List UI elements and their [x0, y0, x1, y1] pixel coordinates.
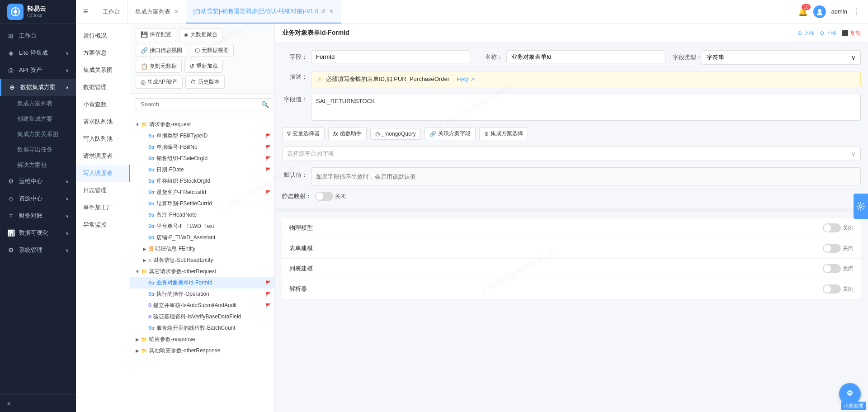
close-icon[interactable]: ✕ — [329, 8, 334, 14]
settings-panel-icon[interactable] — [854, 194, 868, 219]
menu-icon[interactable]: ≡ — [83, 7, 88, 16]
tree-node-business-form-id[interactable]: Str 业务对象表单Id-FormId 🚩 — [130, 277, 274, 289]
sidebar-item-system[interactable]: ⚙ 系统管理 ∨ — [0, 242, 76, 259]
generate-api-button[interactable]: ◎ 生成API资产 — [136, 76, 183, 89]
tab-solution-detail[interactable]: [自动雪梨]-销售退货同步(已确认-明细对接)-V1.0 ↺ ✕ — [186, 0, 342, 24]
tree-node-platform-order[interactable]: Str 平台单号-F_TLWD_Text — [130, 221, 274, 232]
table-model-toggle[interactable]: 关闭 — [823, 244, 854, 253]
overview-label: 运行概况 — [83, 32, 107, 39]
sidebar-item-solution-list[interactable]: 集成方案列表 — [0, 96, 76, 111]
more-icon[interactable]: ⋮ — [853, 7, 861, 17]
left-nav-request-queue[interactable]: 请求队列池 — [76, 113, 130, 130]
left-nav-anomaly-monitor[interactable]: 异常监控 — [76, 216, 130, 233]
left-nav-integration-relations[interactable]: 集成关系图 — [76, 62, 130, 79]
interface-info-button[interactable]: 🔗 接口信息视图 — [136, 44, 187, 57]
toggle-track[interactable] — [315, 192, 333, 201]
mongo-query-button[interactable]: ◎ _mongoQuery — [370, 128, 421, 140]
copy-button[interactable]: ⬛ 复制 — [842, 29, 861, 37]
sidebar-item-lite[interactable]: ◈ Lite 轻集成 ∨ — [0, 44, 76, 62]
tree-node-other-response[interactable]: ▶ 📁 其他响应参数-otherResponse — [130, 345, 274, 356]
parser-label: 解析器 — [289, 285, 307, 293]
meta-data-view-button[interactable]: ⬡ 元数据视图 — [190, 44, 234, 57]
related-field-button[interactable]: 🔗 关联方案字段 — [425, 127, 476, 140]
tree-node-operation[interactable]: Str 执行的操作-Operation 🚩 — [130, 289, 274, 300]
close-icon[interactable]: ✕ — [174, 9, 179, 15]
history-version-button[interactable]: ⏱ 历史版本 — [185, 76, 225, 89]
notification-badge[interactable]: 🔔 10 — [798, 7, 808, 17]
left-nav-write-queue[interactable]: 写入队列池 — [76, 130, 130, 147]
left-nav-plan-info[interactable]: 方案信息 — [76, 44, 130, 62]
tree-node-settle-currency[interactable]: Str 结算币别-FSettleCurrId — [130, 198, 274, 209]
variable-selector-button[interactable]: ∇ 变量选择器 — [282, 127, 325, 140]
toggle-track[interactable] — [823, 244, 841, 253]
tree-node-bill-type-id[interactable]: Str 单据类型-FBillTypeID 🚩 — [130, 130, 274, 142]
toggle-track[interactable] — [823, 223, 841, 232]
default-value-input[interactable] — [311, 167, 861, 185]
integration-select-button[interactable]: ⊕ 集成方案选择 — [479, 127, 528, 140]
tree-node-stock-org-id[interactable]: Str 库存组织-FStockOrgId — [130, 175, 274, 187]
required-flag: 🚩 — [265, 280, 271, 285]
move-down-button[interactable]: ⊙ 下移 — [820, 29, 836, 37]
sidebar-item-create-solution[interactable]: 创建集成方案 — [0, 111, 76, 127]
tree-node-detail-info[interactable]: ▶ 囲 明细信息-FEntity — [130, 243, 274, 255]
refresh-icon[interactable]: ↺ — [321, 8, 326, 14]
tree-node-response-params[interactable]: ▶ 📁 响应参数-response — [130, 334, 274, 345]
sidebar-footer[interactable]: ≡ — [0, 394, 76, 412]
left-nav-log-management[interactable]: 日志管理 — [76, 182, 130, 199]
tree-node-note[interactable]: Str 备注-FHeadNote — [130, 209, 274, 221]
field-name-input[interactable] — [506, 50, 665, 63]
tab-solution-list[interactable]: 集成方案列表 ✕ — [128, 0, 186, 24]
help-link[interactable]: Help ↗ — [457, 76, 475, 83]
copy-meta-data-button[interactable]: 📋 复制元数据 — [136, 60, 182, 73]
left-nav-xiao-qing-count[interactable]: 小青查数 — [76, 96, 130, 113]
save-config-button[interactable]: 💾 保存配置 — [136, 28, 176, 41]
sidebar-item-operations[interactable]: ⚙ 运维中心 ∨ — [0, 173, 76, 190]
source-select[interactable]: 选择源平台的字段 ∨ — [282, 147, 861, 161]
tree-node-finance-info[interactable]: ▶ A 财务信息-SubHeadEntity — [130, 255, 274, 266]
left-nav-event-factory[interactable]: 事件加工厂 — [76, 199, 130, 216]
tree-node-date[interactable]: Str 日期-FDate 🚩 — [130, 164, 274, 175]
static-mapping-toggle[interactable]: 关闭 — [315, 192, 346, 201]
physical-model-toggle[interactable]: 关闭 — [823, 223, 854, 232]
left-nav-data-management[interactable]: 数据管理 — [76, 79, 130, 96]
tab-workbench[interactable]: 工作台 — [95, 0, 128, 24]
search-input[interactable] — [136, 98, 273, 110]
sidebar-item-label: 财务对账 — [19, 212, 42, 220]
tree-node-batch-count[interactable]: Str 服务端开启的线程数-BatchCount — [130, 322, 274, 334]
toggle-track[interactable] — [823, 284, 841, 294]
sidebar-item-workbench[interactable]: ⊞ 工作台 — [0, 27, 76, 44]
sidebar-item-finance[interactable]: ≡ 财务对账 ∨ — [0, 207, 76, 224]
left-nav-overview[interactable]: 运行概况 — [76, 27, 130, 44]
field-type-select[interactable]: 字符串 ∨ — [702, 50, 861, 65]
toggle-track[interactable] — [823, 264, 841, 273]
tree-node-verify-base[interactable]: B 验证基础资料-IsVerifyBaseDataField — [130, 311, 274, 322]
tree-node-bill-no[interactable]: Str 单据编号-FBillNo 🚩 — [130, 142, 274, 153]
tree-node-request-params[interactable]: ▼ 📁 请求参数-request — [130, 119, 274, 130]
field-type-group: 字段类型： 字符串 ∨ — [673, 50, 861, 65]
left-nav-write-scheduler[interactable]: 写入调度者 — [76, 165, 130, 182]
left-nav: 运行概况 方案信息 集成关系图 数据管理 小青查数 请求队列池 写入队列池 请求… — [76, 24, 130, 412]
tree-node-sale-org-id[interactable]: Str 销售组织-FSaleOrgId 🚩 — [130, 153, 274, 164]
list-model-toggle[interactable]: 关闭 — [823, 264, 854, 273]
tree-node-submit-audit[interactable]: B 提交并审核-IsAutoSubmitAndAudit 🚩 — [130, 300, 274, 311]
sidebar-item-data-export[interactable]: 数据导出任务 — [0, 142, 76, 157]
tree-node-other-request[interactable]: ▼ 📁 其它请求参数-otherRequest — [130, 266, 274, 277]
sidebar-item-data-integration[interactable]: ⊕ 数据集成方案 ∧ — [0, 79, 76, 96]
sidebar-item-solution-relations[interactable]: 集成方案关系图 — [0, 127, 76, 142]
field-value-textarea[interactable]: SAL_RETURNSTOCK — [311, 94, 861, 121]
parser-toggle[interactable]: 关闭 — [823, 284, 854, 294]
move-up-button[interactable]: ⊙ 上移 — [797, 29, 814, 37]
left-nav-requestors[interactable]: 请求调度者 — [76, 147, 130, 165]
field-id-input[interactable] — [311, 50, 470, 63]
function-buttons: ∇ 变量选择器 fx 函数助手 ◎ _mongoQuery 🔗 关联方案字段 — [282, 127, 861, 140]
sidebar-item-solution-package[interactable]: 解决方案包 — [0, 157, 76, 173]
big-data-merge-button[interactable]: ◈ 大数据聚合 — [179, 28, 222, 41]
str-icon: Str — [148, 292, 155, 297]
reload-button[interactable]: ↺ 重新加载 — [184, 60, 223, 73]
tree-node-return-customer[interactable]: Str 退货客户-FRetcustId 🚩 — [130, 187, 274, 198]
sidebar-item-api[interactable]: ◎ API 资产 ∨ — [0, 62, 76, 79]
sidebar-item-data-viz[interactable]: 📊 数据可视化 ∨ — [0, 224, 76, 242]
tree-node-shop[interactable]: Str 店铺-F_TLWD_Assistant — [130, 232, 274, 243]
sidebar-item-resources[interactable]: ◇ 资源中心 ∨ — [0, 190, 76, 207]
func-helper-button[interactable]: fx 函数助手 — [328, 127, 367, 140]
